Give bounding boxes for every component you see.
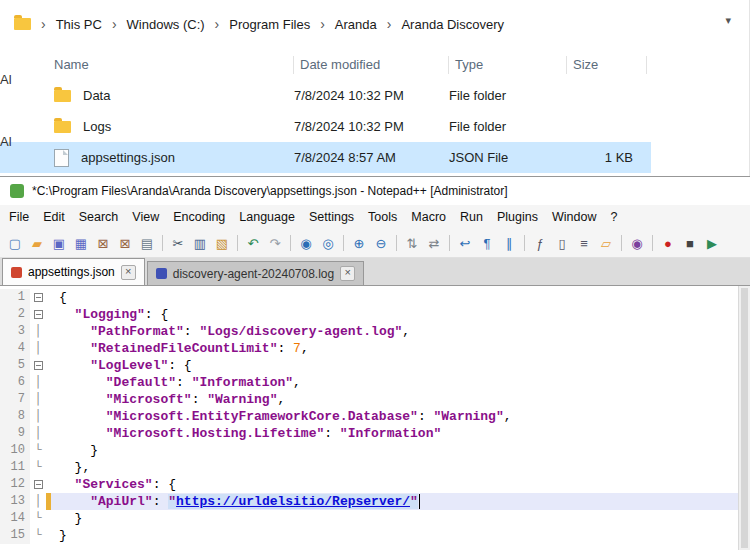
code-line[interactable]: 6│ "Default": "Information", [0, 374, 750, 391]
new-file-icon[interactable]: ▢ [5, 233, 25, 253]
fold-toggle-icon[interactable] [30, 357, 46, 374]
code-line[interactable]: 12 "Services": { [0, 476, 750, 493]
function-list-icon[interactable]: ƒ [530, 233, 550, 253]
breadcrumb-item-program-files[interactable]: Program Files [229, 17, 310, 32]
find-icon[interactable]: ◉ [296, 233, 316, 253]
code-line[interactable]: 9│ "Microsoft.Hosting.Lifetime": "Inform… [0, 425, 750, 442]
table-row-logs[interactable]: Logs7/8/2024 10:32 PMFile folder [0, 111, 651, 142]
print-icon[interactable]: ▤ [137, 233, 157, 253]
menu-plugins[interactable]: Plugins [490, 207, 545, 227]
token [59, 426, 106, 441]
code-line[interactable]: 1{ [0, 289, 750, 306]
code-line[interactable]: 14└ } [0, 510, 750, 527]
menu-macro[interactable]: Macro [404, 207, 453, 227]
open-file-icon[interactable]: ▰ [27, 233, 47, 253]
column-header-type[interactable]: Type [449, 56, 567, 74]
tab-close-icon[interactable]: × [121, 265, 136, 280]
token: "Information" [340, 426, 441, 441]
document-list-icon[interactable]: ≡ [574, 233, 594, 253]
code-line[interactable]: 7│ "Microsoft": "Warning", [0, 391, 750, 408]
undo-icon[interactable]: ↶ [243, 233, 263, 253]
replace-icon[interactable]: ◎ [318, 233, 338, 253]
redo-icon[interactable]: ↷ [265, 233, 285, 253]
close-file-icon[interactable]: ⊠ [93, 233, 113, 253]
copy-icon[interactable]: ▥ [190, 233, 210, 253]
show-all-characters-icon[interactable]: ¶ [477, 233, 497, 253]
indent-guide-icon[interactable]: ∥ [499, 233, 519, 253]
code-line[interactable]: 4│ "RetainedFileCountLimit": 7, [0, 340, 750, 357]
scrollbar-thumb[interactable] [741, 288, 748, 548]
cut-icon[interactable]: ✂ [168, 233, 188, 253]
menu-window[interactable]: Window [545, 207, 603, 227]
breadcrumb: This PC›Windows (C:)›Program Files›Arand… [56, 16, 504, 32]
line-number: 9 [0, 425, 30, 442]
column-header-name[interactable]: Name [48, 56, 294, 74]
address-bar: › This PC›Windows (C:)›Program Files›Ara… [14, 12, 709, 36]
save-file-icon[interactable]: ▣ [49, 233, 69, 253]
menu-view[interactable]: View [125, 207, 166, 227]
sync-scroll-vertical-icon[interactable]: ⇅ [402, 233, 422, 253]
column-header-date-modified[interactable]: Date modified [294, 56, 449, 74]
word-wrap-icon[interactable]: ↩ [455, 233, 475, 253]
code-line[interactable]: 8│ "Microsoft.EntityFrameworkCore.Databa… [0, 408, 750, 425]
tab-discovery-agent-20240708-log[interactable]: discovery-agent-20240708.log× [147, 261, 364, 285]
file-name-cell: Logs [48, 119, 294, 134]
fold-toggle-icon[interactable] [30, 306, 46, 323]
zoom-out-icon[interactable]: ⊖ [371, 233, 391, 253]
nav-pane-item-fragment[interactable]: Al [0, 72, 12, 87]
column-header-size[interactable]: Size [567, 56, 647, 74]
table-row-appsettings-json[interactable]: appsettings.json7/8/2024 8:57 AMJSON Fil… [0, 142, 651, 173]
saved-doc-icon [156, 268, 167, 279]
view-monitor-icon[interactable]: ◉ [627, 233, 647, 253]
breadcrumb-item-windows-c[interactable]: Windows (C:) [127, 17, 205, 32]
code-line[interactable]: 3│ "PathFormat": "Logs/discovery-agent.l… [0, 323, 750, 340]
document-map-icon[interactable]: ▯ [552, 233, 572, 253]
stop-macro-icon[interactable]: ■ [680, 233, 700, 253]
breadcrumb-item-this-pc[interactable]: This PC [56, 17, 102, 32]
screen: › This PC›Windows (C:)›Program Files›Ara… [0, 0, 750, 550]
table-row-data[interactable]: Data7/8/2024 10:32 PMFile folder [0, 80, 651, 111]
fold-toggle-icon[interactable] [30, 289, 46, 306]
menu-file[interactable]: File [2, 207, 36, 227]
code-editor[interactable]: 1{2 "Logging": {3│ "PathFormat": "Logs/d… [0, 286, 750, 550]
code-line[interactable]: 15└} [0, 527, 750, 544]
menu-language[interactable]: Language [232, 207, 302, 227]
editor-scrollbar[interactable] [738, 286, 750, 550]
paste-icon[interactable]: ▧ [212, 233, 232, 253]
token: "Logging" [75, 307, 145, 322]
tab-appsettings-json[interactable]: appsettings.json× [2, 258, 145, 285]
code-line[interactable]: 5 "LogLevel": { [0, 357, 750, 374]
menu-run[interactable]: Run [453, 207, 490, 227]
record-macro-icon[interactable]: ● [658, 233, 678, 253]
code-line[interactable]: 11└ }, [0, 459, 750, 476]
menu-settings[interactable]: Settings [302, 207, 361, 227]
nav-pane-item-fragment[interactable]: Al [0, 134, 12, 149]
date-modified-cell: 7/8/2024 8:57 AM [294, 150, 449, 165]
chevron-down-icon[interactable]: ▾ [725, 14, 731, 27]
save-all-icon[interactable]: ▦ [71, 233, 91, 253]
breadcrumb-item-aranda[interactable]: Aranda [335, 17, 377, 32]
fold-toggle-icon[interactable] [30, 476, 46, 493]
token: 7 [293, 341, 301, 356]
type-cell: File folder [449, 119, 567, 134]
code-line[interactable]: 10└ } [0, 442, 750, 459]
tab-close-icon[interactable]: × [340, 266, 355, 281]
menu-tools[interactable]: Tools [361, 207, 404, 227]
token: , [504, 409, 512, 424]
code-line[interactable]: 2 "Logging": { [0, 306, 750, 323]
code-text: }, [51, 459, 750, 476]
menu-edit[interactable]: Edit [36, 207, 72, 227]
play-macro-icon[interactable]: ▶ [702, 233, 722, 253]
code-line[interactable]: 13│ "ApiUrl": "https://urldelsitio/Repse… [0, 493, 750, 510]
sync-scroll-horizontal-icon[interactable]: ⇄ [424, 233, 444, 253]
folder-icon [54, 90, 71, 102]
close-all-icon[interactable]: ⊠ [115, 233, 135, 253]
menu-encoding[interactable]: Encoding [166, 207, 232, 227]
zoom-in-icon[interactable]: ⊕ [349, 233, 369, 253]
fold-guide: └ [30, 510, 46, 527]
breadcrumb-item-aranda-discovery[interactable]: Aranda Discovery [401, 17, 504, 32]
menu-help[interactable]: ? [603, 207, 624, 227]
menu-search[interactable]: Search [72, 207, 126, 227]
folder-as-workspace-icon[interactable]: ▱ [596, 233, 616, 253]
tab-label: appsettings.json [28, 265, 115, 279]
